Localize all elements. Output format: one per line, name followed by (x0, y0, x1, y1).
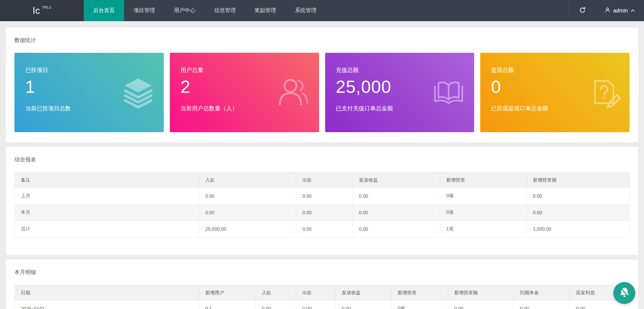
column-header: 日期 (15, 285, 199, 301)
layers-icon (121, 75, 156, 110)
refresh-button[interactable] (569, 0, 596, 21)
logo-version-badge: TP5.3 (42, 6, 51, 9)
nav-item-info-management[interactable]: 信息管理 (205, 0, 245, 21)
table-cell: 25,000.00 (199, 221, 296, 237)
stats-panel: 数据统计 已投项目1当前已投项目总数用户总量2当前用户总数量（人）充值总额25,… (6, 28, 638, 142)
detail-table: 日期新增用户入款出款发送收益新增投资新增投资额到期本金应发利息2025-10-0… (14, 285, 630, 309)
card-invested-projects: 已投项目1当前已投项目总数 (14, 53, 164, 132)
table-cell: 0.00 (199, 188, 296, 204)
table-row: 2025-10-010人0.000.000.000项0.000.000.00 (15, 301, 630, 309)
table-cell: 0.00 (353, 204, 440, 221)
column-header: 新增投资额 (448, 285, 514, 301)
card-total-recharge: 充值总额25,000已支付充值订单总金额 (325, 53, 475, 132)
table-cell: 0.00 (199, 204, 296, 221)
bell-slash-icon (618, 286, 631, 301)
table-cell: 0项 (440, 204, 527, 221)
table-cell: 0.00 (353, 221, 440, 237)
nav-item-user-center[interactable]: 用户中心 (164, 0, 205, 21)
table-cell: 0.00 (353, 188, 440, 204)
card-total-withdraw: 提现总额0已完成提现订单总金额 (480, 53, 630, 132)
table-cell: 0.00 (448, 301, 514, 309)
table-cell: 上月 (15, 188, 199, 204)
column-header: 入款 (256, 285, 296, 301)
table-cell: 0.00 (527, 188, 629, 204)
table-cell: 总计 (15, 221, 199, 237)
doc-question-icon (586, 75, 621, 110)
table-cell: 0.00 (527, 204, 629, 221)
card-total-users: 用户总量2当前用户总数量（人） (170, 53, 319, 132)
table-row: 上月0.000.000.000项0.00 (15, 188, 630, 204)
header-right-group: admin (569, 0, 644, 21)
column-header: 新增投资 (391, 285, 448, 301)
user-icon (604, 7, 611, 14)
table-cell: 0项 (440, 188, 527, 204)
card-label: 已投项目 (25, 66, 164, 74)
username-label: admin (613, 8, 628, 14)
nav-item-system-management[interactable]: 系统管理 (286, 0, 326, 21)
column-header: 发送收益 (336, 285, 391, 301)
report-panel: 综合报表 备注入款出款发送收益新增投资新增投资额上月0.000.000.000项… (6, 147, 638, 255)
app-logo: lc TP5.3 (0, 0, 84, 21)
detail-panel: 本月明细 日期新增用户入款出款发送收益新增投资新增投资额到期本金应发利息2025… (6, 260, 638, 309)
nav-item-reward-management[interactable]: 奖励管理 (245, 0, 286, 21)
nav-item-project-management[interactable]: 项目管理 (124, 0, 164, 21)
main-nav: 后台首页项目管理用户中心信息管理奖励管理系统管理 (84, 0, 326, 21)
table-cell: 0.00 (296, 221, 353, 237)
stat-cards-row: 已投项目1当前已投项目总数用户总量2当前用户总数量（人）充值总额25,000已支… (14, 53, 630, 132)
table-cell: 0.00 (256, 301, 296, 309)
table-row: 本月0.000.000.000项0.00 (15, 204, 630, 221)
column-header: 到期本金 (514, 285, 570, 301)
column-header: 出款 (296, 285, 336, 301)
table-cell: 本月 (15, 204, 199, 221)
detail-panel-title: 本月明细 (14, 269, 630, 276)
table-cell: 0项 (391, 301, 448, 309)
table-cell: 2025-10-01 (15, 301, 199, 309)
user-menu[interactable]: admin (596, 0, 644, 21)
card-label: 提现总额 (491, 66, 630, 74)
column-header: 出款 (296, 172, 353, 188)
card-label: 用户总量 (181, 66, 319, 74)
refresh-icon (579, 6, 586, 15)
column-header: 新增投资额 (527, 172, 629, 188)
book-icon (431, 75, 466, 110)
top-navbar: lc TP5.3 后台首页项目管理用户中心信息管理奖励管理系统管理 admin (0, 0, 644, 21)
caret-up-icon (630, 8, 635, 14)
table-cell: 0.00 (296, 301, 336, 309)
stats-panel-title: 数据统计 (14, 37, 630, 44)
column-header: 备注 (15, 172, 199, 188)
column-header: 发送收益 (353, 172, 440, 188)
theme-fab-button[interactable] (613, 282, 635, 304)
table-header-row: 备注入款出款发送收益新增投资新增投资额 (15, 172, 630, 188)
column-header: 入款 (199, 172, 296, 188)
table-cell: 0.00 (514, 301, 570, 309)
nav-item-home[interactable]: 后台首页 (84, 0, 124, 21)
column-header: 新增用户 (199, 285, 256, 301)
report-table: 备注入款出款发送收益新增投资新增投资额上月0.000.000.000项0.00本… (14, 172, 630, 237)
table-header-row: 日期新增用户入款出款发送收益新增投资新增投资额到期本金应发利息 (15, 285, 630, 301)
table-cell: 0.00 (296, 204, 353, 221)
column-header: 新增投资 (440, 172, 527, 188)
table-row: 总计25,000.000.000.001笔1,000.00 (15, 221, 630, 237)
report-panel-title: 综合报表 (14, 156, 630, 163)
table-cell: 0人 (199, 301, 256, 309)
logo-text: lc (33, 5, 40, 16)
table-cell: 1笔 (440, 221, 527, 237)
table-cell: 0.00 (336, 301, 391, 309)
table-cell: 1,000.00 (527, 221, 629, 237)
users-icon (276, 75, 311, 110)
card-label: 充值总额 (336, 66, 475, 74)
main-content: 数据统计 已投项目1当前已投项目总数用户总量2当前用户总数量（人）充值总额25,… (0, 21, 644, 309)
table-cell: 0.00 (296, 188, 353, 204)
